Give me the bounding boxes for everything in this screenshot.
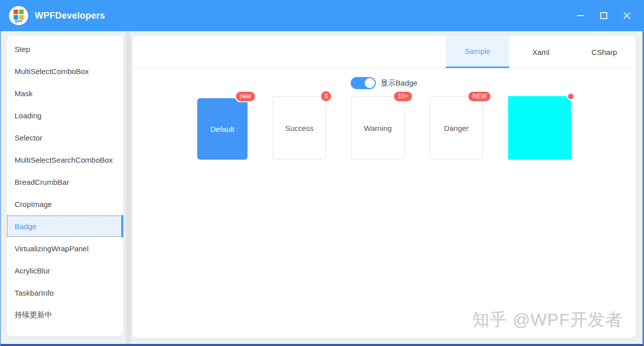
main-panel: Sample Xaml CSharp 显示Badge Default new bbox=[132, 35, 636, 338]
sidebar-item-mask[interactable]: Mask bbox=[7, 82, 123, 104]
sidebar-item-acrylicblur[interactable]: AcrylicBlur bbox=[7, 259, 123, 282]
badge-card-warning: Warning 10+ bbox=[351, 96, 405, 160]
sidebar-item-more-updates[interactable]: 持续更新中 bbox=[7, 304, 123, 326]
sidebar-item-multiselectsearchcombobox[interactable]: MultiSelectSearchComboBox bbox=[7, 149, 123, 171]
sidebar-item-breadcrumbbar[interactable]: BreadCrumbBar bbox=[7, 171, 123, 193]
tab-bar: Sample Xaml CSharp bbox=[132, 36, 636, 68]
show-badge-toggle[interactable] bbox=[351, 77, 376, 89]
badge-examples-row: Default new Success 3 Warning 10+ Danger… bbox=[132, 96, 636, 160]
tab-csharp[interactable]: CSharp bbox=[573, 36, 636, 68]
sidebar-item-cropimage[interactable]: CropImage bbox=[7, 193, 123, 215]
watermark-text: 知乎 @WPF开发者 bbox=[472, 308, 623, 331]
sidebar-item-loading[interactable]: Loading bbox=[7, 104, 123, 126]
minimize-icon bbox=[577, 15, 584, 16]
sidebar-item-multiselectcombobox[interactable]: MultiSelectComboBox bbox=[7, 60, 123, 82]
app-body: Step MultiSelectComboBox Mask Loading Se… bbox=[0, 31, 644, 346]
warning-card[interactable]: Warning bbox=[351, 96, 405, 160]
tab-xaml[interactable]: Xaml bbox=[509, 36, 573, 68]
tab-sample[interactable]: Sample bbox=[446, 36, 509, 68]
sidebar-item-virtualizingwrappanel[interactable]: VirtualizingWrapPanel bbox=[7, 237, 123, 259]
selected-indicator bbox=[121, 215, 123, 237]
danger-card[interactable]: Danger bbox=[430, 96, 483, 160]
logo-square-green bbox=[19, 10, 24, 14]
toggle-label: 显示Badge bbox=[380, 79, 417, 88]
maximize-icon bbox=[600, 12, 607, 19]
close-button[interactable] bbox=[619, 8, 635, 24]
sidebar-item-badge[interactable]: Badge bbox=[7, 215, 123, 237]
app-logo-icon: WPF bbox=[9, 6, 28, 25]
badge-count-3: 3 bbox=[320, 90, 332, 102]
badge-count-10plus: 10+ bbox=[393, 91, 413, 102]
logo-square-red bbox=[14, 10, 18, 14]
maximize-button[interactable] bbox=[596, 8, 612, 24]
logo-text: WPF bbox=[15, 20, 23, 24]
sidebar-item-selector[interactable]: Selector bbox=[7, 126, 123, 149]
logo-square-yellow bbox=[19, 15, 24, 20]
app-window: WPF WPFDevelopers Step MultiSelectComboB… bbox=[0, 0, 644, 346]
badge-card-danger: Danger NEW bbox=[430, 96, 483, 160]
badge-card-cyan bbox=[508, 96, 571, 160]
success-card[interactable]: Success bbox=[273, 96, 326, 160]
sidebar-item-label: Badge bbox=[15, 222, 36, 231]
sidebar: Step MultiSelectComboBox Mask Loading Se… bbox=[6, 35, 124, 336]
badge-card-success: Success 3 bbox=[273, 96, 326, 160]
badge-new: new bbox=[235, 91, 256, 102]
minimize-button[interactable] bbox=[573, 8, 589, 24]
app-title: WPFDevelopers bbox=[35, 11, 105, 21]
close-icon bbox=[623, 12, 631, 20]
badge-dot bbox=[567, 93, 575, 100]
logo-square-blue bbox=[14, 15, 18, 20]
sample-content: 显示Badge Default new Success 3 Warning 10… bbox=[132, 68, 636, 338]
toggle-row: 显示Badge bbox=[132, 68, 636, 89]
titlebar: WPF WPFDevelopers bbox=[0, 0, 644, 31]
toggle-knob bbox=[365, 78, 375, 88]
sidebar-item-taskbarinfo[interactable]: TaskbarInfo bbox=[7, 282, 123, 304]
logo-squares-icon bbox=[14, 10, 24, 20]
default-button[interactable]: Default bbox=[197, 98, 248, 160]
badge-card-default: Default new bbox=[197, 96, 248, 160]
sidebar-item-step[interactable]: Step bbox=[7, 38, 123, 60]
cyan-block[interactable] bbox=[508, 96, 571, 160]
badge-new-caps: NEW bbox=[467, 91, 492, 102]
splitter-handle[interactable] bbox=[126, 31, 131, 344]
window-controls bbox=[573, 8, 635, 24]
